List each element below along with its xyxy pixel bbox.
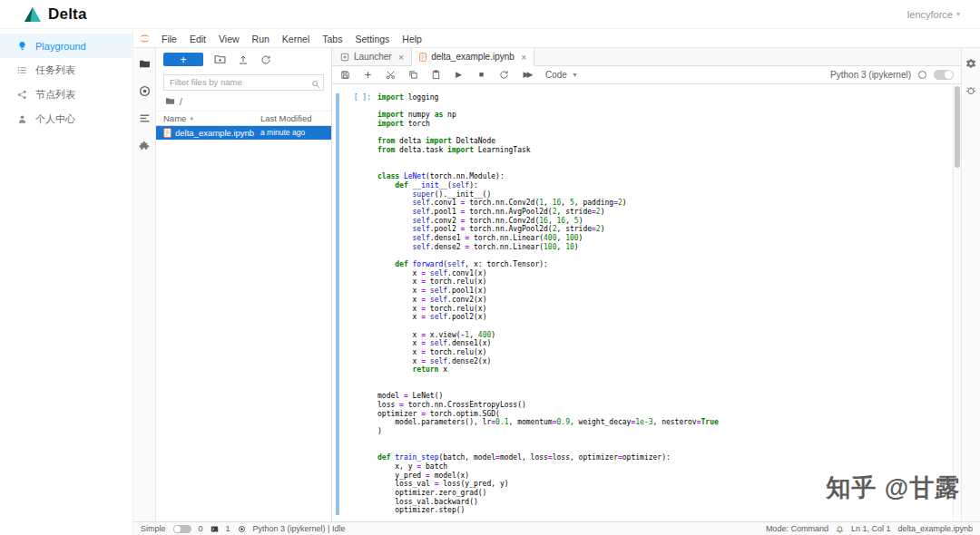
code-line[interactable] bbox=[377, 129, 952, 138]
code-line[interactable]: x = self.dense1(x) bbox=[377, 339, 952, 348]
mode-indicator[interactable]: Mode: Command bbox=[766, 524, 828, 533]
kernel-sessions-icon[interactable] bbox=[238, 525, 246, 533]
cell-type-dropdown[interactable]: Code ▼ bbox=[545, 70, 578, 80]
code-line[interactable]: optimizer.zero_grad() bbox=[377, 489, 952, 498]
code-line[interactable]: x = self.dense2(x) bbox=[377, 357, 952, 366]
code-line[interactable]: from delta import DeltaNode bbox=[377, 137, 952, 146]
simple-mode-toggle[interactable] bbox=[173, 525, 191, 533]
sidebar-item-playground[interactable]: Playground bbox=[0, 34, 132, 58]
code-line[interactable]: x = torch.relu(x) bbox=[377, 277, 952, 287]
table-of-contents-icon[interactable] bbox=[138, 112, 151, 124]
code-line[interactable]: from delta.task import LearningTask bbox=[377, 146, 952, 155]
add-cell-icon[interactable] bbox=[362, 69, 374, 81]
code-line[interactable]: x, y = batch bbox=[377, 462, 952, 472]
code-line[interactable]: x = self.conv2(x) bbox=[377, 296, 952, 305]
code-line[interactable]: y_pred = model(x) bbox=[377, 472, 952, 481]
close-icon[interactable]: × bbox=[521, 52, 526, 63]
code-line[interactable]: x = torch.relu(x) bbox=[377, 305, 952, 314]
code-line[interactable]: self.pool2 = torch.nn.AvgPool2d(2, strid… bbox=[377, 225, 952, 234]
column-last-modified[interactable]: Last Modified bbox=[260, 113, 324, 123]
scrollbar-thumb[interactable] bbox=[955, 86, 960, 168]
menu-kernel[interactable]: Kernel bbox=[276, 34, 316, 44]
menu-file[interactable]: File bbox=[155, 34, 183, 44]
restart-kernel-icon[interactable] bbox=[498, 69, 510, 81]
debugger-icon[interactable] bbox=[965, 84, 977, 97]
code-line[interactable]: loss_val = loss(y_pred, y) bbox=[377, 480, 952, 489]
stop-kernel-icon[interactable]: ■ bbox=[475, 69, 487, 81]
menu-run[interactable]: Run bbox=[246, 34, 276, 44]
code-line[interactable]: loss_val.backward() bbox=[377, 498, 952, 507]
code-line[interactable]: self.conv1 = torch.nn.Conv2d(1, 16, 5, p… bbox=[377, 199, 952, 208]
refresh-icon[interactable] bbox=[260, 54, 271, 65]
sidebar-item-nodes[interactable]: 节点列表 bbox=[0, 83, 132, 107]
menu-edit[interactable]: Edit bbox=[183, 34, 212, 44]
code-line[interactable]: self.pool1 = torch.nn.AvgPool2d(2, strid… bbox=[377, 208, 952, 217]
code-line[interactable]: import numpy as np bbox=[377, 111, 952, 120]
code-line[interactable]: def train_step(batch, model=model, loss=… bbox=[377, 453, 952, 462]
code-line[interactable]: x = x.view(-1, 400) bbox=[377, 331, 952, 340]
kernel-toggle[interactable] bbox=[934, 70, 954, 80]
code-line[interactable]: class LeNet(torch.nn.Module): bbox=[377, 172, 952, 181]
code-line[interactable] bbox=[377, 155, 952, 164]
paste-cell-icon[interactable] bbox=[430, 69, 442, 81]
code-line[interactable] bbox=[377, 251, 952, 260]
extensions-icon[interactable] bbox=[138, 139, 151, 151]
code-line[interactable] bbox=[377, 384, 952, 393]
tab-launcher[interactable]: Launcher × bbox=[333, 48, 412, 65]
kernel-status-icon[interactable] bbox=[918, 71, 926, 79]
menu-tabs[interactable]: Tabs bbox=[316, 34, 348, 44]
cut-cell-icon[interactable] bbox=[385, 69, 397, 81]
terminal-icon[interactable] bbox=[211, 525, 219, 533]
kernel-status-text[interactable]: Python 3 (ipykernel) | Idle bbox=[253, 524, 346, 533]
notification-bell-icon[interactable] bbox=[836, 525, 844, 533]
code-line[interactable] bbox=[377, 164, 952, 173]
code-line[interactable]: ) bbox=[377, 427, 952, 436]
file-browser-icon[interactable] bbox=[138, 57, 151, 70]
code-line[interactable] bbox=[377, 102, 952, 112]
run-cell-icon[interactable]: ▶ bbox=[453, 69, 465, 81]
code-line[interactable]: self.dense2 = torch.nn.Linear(100, 10) bbox=[377, 243, 952, 252]
new-launcher-button[interactable]: + bbox=[163, 53, 203, 66]
file-filter-input[interactable] bbox=[163, 74, 324, 91]
code-line[interactable] bbox=[377, 436, 952, 445]
new-folder-icon[interactable] bbox=[214, 54, 226, 65]
file-row-delta-example[interactable]: delta_example.ipynb a minute ago bbox=[156, 126, 331, 140]
cursor-position[interactable]: Ln 1, Col 1 bbox=[851, 524, 891, 533]
tab-delta-example[interactable]: delta_example.ipynb × bbox=[412, 48, 534, 66]
code-line[interactable]: loss = torch.nn.CrossEntropyLoss() bbox=[377, 401, 952, 410]
code-line[interactable]: def __init__(self): bbox=[377, 181, 952, 190]
restart-run-all-icon[interactable]: ▶▶ bbox=[521, 69, 533, 81]
code-line[interactable]: optimizer.step() bbox=[377, 506, 952, 515]
copy-cell-icon[interactable] bbox=[407, 69, 419, 81]
code-line[interactable]: x = self.pool2(x) bbox=[377, 313, 952, 322]
code-line[interactable]: import logging bbox=[377, 93, 952, 102]
sidebar-item-profile[interactable]: 个人中心 bbox=[0, 107, 132, 131]
sidebar-item-tasks[interactable]: 任务列表 bbox=[0, 58, 132, 83]
code-line[interactable]: x = self.pool1(x) bbox=[377, 287, 952, 296]
save-icon[interactable] bbox=[339, 69, 351, 81]
code-line[interactable]: model = LeNet() bbox=[377, 392, 952, 401]
code-line[interactable]: self.conv2 = torch.nn.Conv2d(16, 16, 5) bbox=[377, 217, 952, 226]
menu-view[interactable]: View bbox=[212, 34, 246, 44]
code-line[interactable]: optimizer = torch.optim.SGD( bbox=[377, 410, 952, 419]
code-line[interactable]: import torch bbox=[377, 120, 952, 129]
code-line[interactable]: super().__init__() bbox=[377, 190, 952, 199]
code-line[interactable]: model.parameters(), lr=0.1, momentum=0.9… bbox=[377, 418, 952, 427]
kernel-name[interactable]: Python 3 (ipykernel) bbox=[830, 70, 911, 80]
brand[interactable]: Delta bbox=[24, 5, 87, 24]
code-line[interactable]: self.dense1 = torch.nn.Linear(400, 100) bbox=[377, 234, 952, 243]
code-editor[interactable]: import logging import numpy as npimport … bbox=[377, 93, 952, 515]
close-icon[interactable]: × bbox=[398, 52, 404, 63]
running-sessions-icon[interactable] bbox=[138, 84, 151, 97]
menu-settings[interactable]: Settings bbox=[348, 34, 396, 44]
user-menu[interactable]: lencyforce ▾ bbox=[907, 9, 960, 20]
upload-icon[interactable] bbox=[237, 54, 249, 65]
code-line[interactable]: x = torch.relu(x) bbox=[377, 348, 952, 357]
code-line[interactable]: x = self.conv1(x) bbox=[377, 269, 952, 278]
code-line[interactable] bbox=[377, 374, 952, 384]
menu-help[interactable]: Help bbox=[396, 34, 428, 44]
code-line[interactable] bbox=[377, 445, 952, 454]
notebook-scrollbar[interactable] bbox=[953, 84, 961, 521]
column-name[interactable]: Name ▲ bbox=[163, 113, 260, 123]
code-line[interactable]: return x bbox=[377, 365, 952, 374]
